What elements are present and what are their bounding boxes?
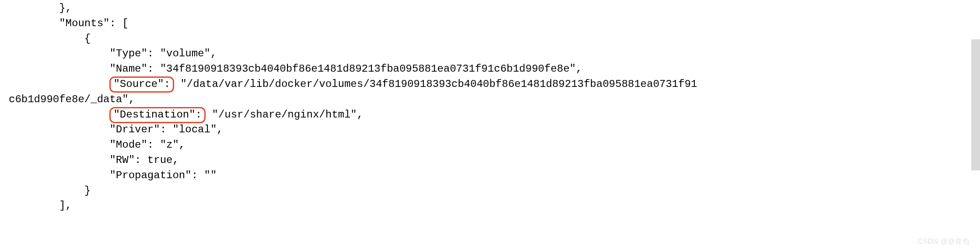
code-line: "RW": true, — [9, 154, 179, 166]
code-line-suffix: "/data/var/lib/docker/volumes/34f8190918… — [174, 78, 697, 90]
code-line: }, — [9, 2, 72, 14]
code-block: }, "Mounts": [ { "Type": "volume", "Name… — [0, 0, 980, 214]
code-line: ], — [9, 200, 72, 211]
scrollbar-vertical[interactable] — [971, 39, 980, 170]
code-line-prefix — [9, 78, 109, 90]
code-line: "Driver": "local", — [9, 124, 223, 135]
highlight-source-key: "Source": — [109, 76, 174, 93]
code-line: "Mounts": [ — [9, 17, 129, 29]
watermark-text: CSDN @@背包 — [917, 236, 970, 246]
code-line-suffix: "/usr/share/nginx/html", — [206, 109, 363, 121]
code-line: c6b1d990fe8e/_data", — [9, 93, 135, 105]
code-line: "Mode": "z", — [9, 139, 185, 151]
code-line: } — [9, 185, 91, 197]
code-line: "Name": "34f8190918393cb4040bf86e1481d89… — [9, 63, 582, 75]
highlight-destination-key: "Destination": — [109, 107, 206, 123]
code-line-prefix — [9, 109, 109, 121]
code-line: { — [9, 33, 91, 45]
code-line: "Type": "volume", — [9, 48, 217, 59]
code-line: "Propagation": "" — [9, 169, 217, 181]
